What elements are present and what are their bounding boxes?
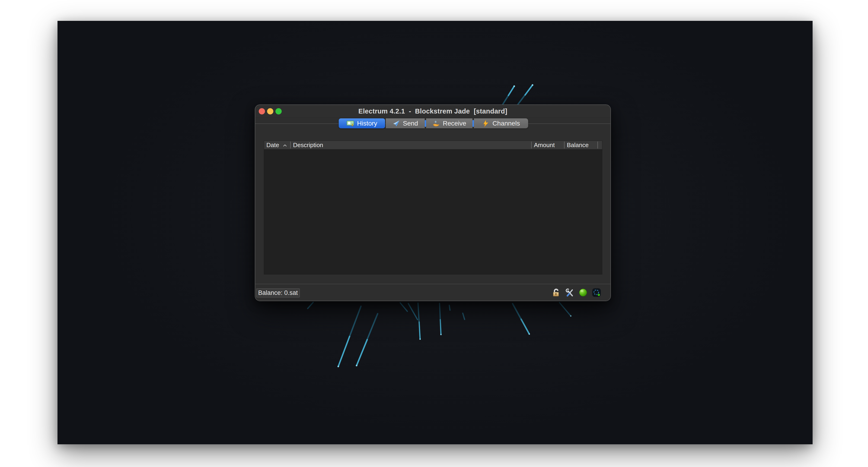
balance-button[interactable]: Balance: 0.sat	[256, 289, 300, 297]
desktop-wallpaper: Electrum 4.2.1 - Blockstrem Jade [standa…	[58, 21, 813, 444]
window-title: Electrum 4.2.1 - Blockstrem Jade [standa…	[255, 107, 611, 115]
tab-label: Send	[403, 120, 418, 127]
tab-label: History	[357, 120, 377, 127]
send-icon	[393, 120, 400, 127]
minimize-button[interactable]	[267, 108, 273, 114]
tab-label: Receive	[443, 120, 466, 127]
column-header-description[interactable]: Description	[291, 141, 531, 149]
lock-icon[interactable]	[552, 288, 561, 297]
status-bar-icons	[552, 284, 601, 301]
preferences-tools-icon[interactable]	[565, 288, 574, 297]
tab-history[interactable]: History	[339, 119, 385, 128]
tab-receive[interactable]: Receive	[426, 119, 472, 128]
column-header-amount[interactable]: Amount	[532, 141, 564, 149]
tab-label: Channels	[492, 120, 520, 127]
tab-channels[interactable]: Channels	[474, 119, 528, 128]
tab-group: History Send	[339, 119, 528, 128]
history-icon	[347, 120, 354, 127]
maximize-button[interactable]	[275, 108, 282, 114]
column-header-date[interactable]: Date	[264, 141, 290, 149]
receive-icon	[432, 120, 440, 127]
traffic-lights	[255, 108, 282, 114]
tab-bar: History Send	[255, 119, 611, 129]
close-button[interactable]	[259, 108, 265, 114]
history-table-header: Date Description Amount Balance	[264, 141, 602, 149]
tab-send[interactable]: Send	[386, 119, 425, 128]
tab-separator	[472, 120, 474, 127]
history-table-body[interactable]	[264, 149, 602, 274]
tab-separator	[425, 120, 426, 127]
status-bar: Balance: 0.sat	[255, 284, 611, 301]
column-header-balance[interactable]: Balance	[564, 141, 597, 149]
sort-ascending-icon	[283, 144, 287, 147]
column-header-tail	[598, 141, 602, 149]
connection-status-icon[interactable]	[579, 288, 587, 297]
channels-icon	[482, 120, 489, 127]
balance-label: Balance: 0.sat	[258, 289, 298, 297]
electrum-window: Electrum 4.2.1 - Blockstrem Jade [standa…	[255, 104, 611, 301]
history-table[interactable]: Date Description Amount Balance	[264, 141, 602, 274]
window-titlebar: Electrum 4.2.1 - Blockstrem Jade [standa…	[255, 105, 611, 118]
network-icon[interactable]	[592, 288, 601, 297]
